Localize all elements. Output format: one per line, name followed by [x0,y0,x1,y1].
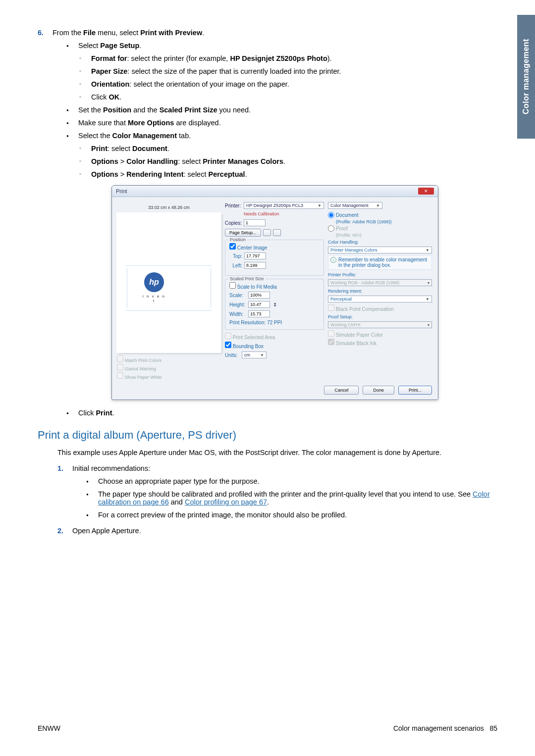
sub-bullet: Paper Size: select the size of the paper… [79,67,497,75]
t: Click [91,93,108,101]
left-input[interactable] [244,262,266,269]
printer-label: Printer: [225,203,242,208]
scaled-print-size-group: Scaled Print Size Scale to Fit Media Sca… [225,279,324,330]
t: Select [78,42,100,50]
page-setup-button[interactable]: Page Setup... [225,229,261,237]
step-1-num: 1. [57,464,72,522]
match-print-colors-check[interactable]: Match Print Colors [117,355,221,363]
printer-profile-select[interactable]: Working RGB - Adobe RGB (1998)▾ [328,279,432,286]
simulate-paper-color-check[interactable]: Simulate Paper Color [328,330,432,338]
height-input[interactable] [248,301,270,308]
printer-profile-label: Printer Profile: [328,272,432,277]
print-selected-area-check[interactable]: Print Selected Area [225,333,324,340]
sub-bullet: Options > Rendering Intent: select Perce… [79,170,497,178]
t: Select the [78,132,112,140]
left-label: Left: [229,263,242,268]
t: Print with Preview [140,29,202,37]
color-handling-label: Color Handling: [328,240,432,245]
t: From the [53,29,83,37]
side-tab: Color management [517,15,535,139]
t: OK [108,93,119,101]
preview-dimensions: 33.02 cm x 48.26 cm [117,202,221,213]
sub-bullet: Orientation: select the orientation of y… [79,80,497,88]
chevron-down-icon: ▾ [428,281,429,285]
units-select[interactable]: cm▼ [242,352,267,358]
proof-setup-select[interactable]: Working CMYK▾ [328,321,432,328]
step-6-num: 6. [38,29,53,420]
section-select[interactable]: Color Management▼ [328,202,382,209]
page-content: 6. From the File menu, select Print with… [0,0,535,535]
top-input[interactable] [244,252,266,259]
t: Options [91,170,118,178]
document-radio[interactable]: Document [328,212,432,218]
gamut-warning-check[interactable]: Gamut Warning [117,364,221,371]
bullet: The paper type should be calibrated and … [86,490,497,506]
copies-input[interactable] [244,219,266,226]
rendering-intent-select[interactable]: Perceptual▼ [328,296,432,302]
t: More Options [128,119,174,127]
t: . [112,409,114,417]
position-group: Position Center Image Top: Left: [225,240,324,276]
chevron-down-icon: ▼ [426,248,429,252]
t: Print [96,409,112,417]
t: Document [132,145,167,152]
bullet: Make sure that More Options are displaye… [66,119,497,127]
dialog-titlebar: Print ✕ [112,186,438,197]
step-2-num: 2. [57,527,72,535]
print-button[interactable]: Print... [398,386,432,395]
bpc-check[interactable]: Black Point Compensation [328,304,432,312]
t: and [169,498,185,506]
t: Make sure that [78,119,128,127]
done-button[interactable]: Done [363,386,394,395]
chevron-down-icon: ▼ [260,353,264,357]
sub-bullet: Print: select Document. [79,145,497,152]
print-dialog: Print ✕ 33.02 cm x 48.26 cm hp i n v e n [111,185,438,400]
t: and the [131,106,159,114]
cancel-button[interactable]: Cancel [324,386,359,395]
color-profiling-link[interactable]: Color profiling on page 67 [185,498,267,506]
scale-fit-check[interactable]: Scale to Fit Media [229,284,277,290]
t: Scaled Print Size [160,106,217,114]
t: menu, select [96,29,140,37]
print-preview: hp i n v e n t [117,213,221,353]
width-input[interactable] [248,310,270,317]
chevron-down-icon: ▾ [428,323,429,327]
landscape-icon[interactable] [273,229,281,236]
units-label: Units: [225,353,240,358]
show-paper-white-check[interactable]: Show Paper White [117,372,221,380]
t: Printer Manages Colors [203,157,283,165]
t: . [119,93,121,101]
t: : select [184,170,209,178]
portrait-icon[interactable] [263,229,271,236]
print-resolution: Print Resolution: 72 PPI [229,320,320,325]
bullet: For a correct preview of the printed ima… [86,511,497,519]
close-icon[interactable]: ✕ [418,188,434,195]
t: . [139,42,141,50]
t: Paper Size [91,67,127,75]
t: : select [107,145,132,152]
printer-select[interactable]: HP Designjet Z5200ps PCL3▼ [244,202,324,209]
position-title: Position [228,237,247,242]
color-handling-select[interactable]: Printer Manages Colors▼ [328,247,432,253]
sub-bullet: Click OK. [79,93,497,101]
t: File [83,29,96,37]
simulate-black-ink-check[interactable]: Simulate Black Ink [328,339,432,346]
center-image-check[interactable]: Center Image [229,245,267,251]
hp-invent-text: i n v e n t [142,294,166,303]
bounding-box-check[interactable]: Bounding Box [225,342,324,349]
proof-profile: (Profile: N/A) [336,233,432,238]
t: Orientation [91,80,129,88]
copies-label: Copies: [225,220,242,226]
t: Open Apple Aperture. [72,527,141,535]
proof-radio[interactable]: Proof [328,225,432,232]
rendering-intent-label: Rendering Intent: [328,289,432,294]
scale-input[interactable] [248,292,270,299]
t: Position [103,106,131,114]
scale-label: Scale: [229,293,246,298]
t: : select [178,157,203,165]
link-icon[interactable]: ⇕ [273,302,277,307]
chevron-down-icon: ▼ [426,297,429,302]
t: Options [91,157,118,165]
t: Format for [91,54,127,62]
t: tab. [177,132,191,140]
